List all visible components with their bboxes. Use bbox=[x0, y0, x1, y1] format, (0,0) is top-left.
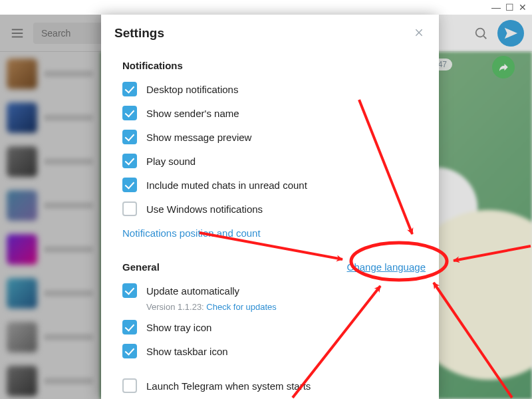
setting-label: Desktop notifications bbox=[146, 84, 238, 95]
checkbox[interactable] bbox=[122, 178, 137, 192]
checkbox[interactable] bbox=[122, 378, 137, 393]
setting-label: Show tray icon bbox=[146, 322, 211, 333]
setting-show-tray-icon[interactable]: Show tray icon bbox=[122, 316, 426, 338]
dialog-body: Notifications Desktop notifications Show… bbox=[101, 52, 439, 399]
settings-dialog: Settings Notifications Desktop notificat… bbox=[101, 15, 439, 399]
setting-label: Include muted chats in unread count bbox=[146, 180, 307, 191]
setting-desktop-notifications[interactable]: Desktop notifications bbox=[122, 78, 426, 100]
setting-label: Launch Telegram when system starts bbox=[146, 380, 311, 392]
check-for-updates-link[interactable]: Check for updates bbox=[206, 302, 277, 312]
modal-overlay-left bbox=[0, 15, 101, 399]
minimize-button[interactable]: — bbox=[492, 3, 500, 11]
setting-show-sender-name[interactable]: Show sender's name bbox=[122, 102, 426, 124]
checkbox[interactable] bbox=[122, 82, 137, 96]
checkbox[interactable] bbox=[122, 201, 137, 216]
checkbox[interactable] bbox=[122, 154, 137, 168]
setting-show-taskbar-icon[interactable]: Show taskbar icon bbox=[122, 340, 426, 362]
setting-label: Show sender's name bbox=[146, 108, 239, 119]
version-text: Version 1.1.23: Check for updates bbox=[146, 302, 426, 312]
dialog-header: Settings bbox=[101, 15, 439, 52]
close-icon[interactable] bbox=[414, 27, 426, 39]
notifications-position-link[interactable]: Notifications position and count bbox=[122, 227, 261, 239]
checkbox[interactable] bbox=[122, 130, 137, 144]
change-language-link[interactable]: Change language bbox=[347, 261, 426, 273]
window-close-button[interactable]: ✕ bbox=[519, 3, 527, 11]
setting-launch-on-startup[interactable]: Launch Telegram when system starts bbox=[122, 374, 426, 397]
setting-label: Play sound bbox=[146, 156, 196, 167]
setting-play-sound[interactable]: Play sound bbox=[122, 150, 426, 172]
window-controls: — ☐ ✕ bbox=[487, 0, 532, 15]
dialog-title: Settings bbox=[114, 26, 164, 41]
setting-label: Use Windows notifications bbox=[146, 203, 263, 215]
modal-overlay-right bbox=[439, 15, 532, 399]
checkbox[interactable] bbox=[122, 320, 137, 334]
setting-label: Update automatically bbox=[146, 285, 239, 297]
notifications-position-link-row: Notifications position and count bbox=[122, 221, 426, 244]
version-label: Version 1.1.23: bbox=[146, 302, 206, 312]
setting-include-muted-unread[interactable]: Include muted chats in unread count bbox=[122, 174, 426, 196]
setting-show-message-preview[interactable]: Show message preview bbox=[122, 126, 426, 148]
checkbox[interactable] bbox=[122, 344, 137, 358]
setting-label: Show taskbar icon bbox=[146, 346, 228, 357]
notifications-heading: Notifications bbox=[122, 60, 426, 71]
checkbox[interactable] bbox=[122, 106, 137, 120]
checkbox[interactable] bbox=[122, 283, 137, 298]
setting-windows-notifications[interactable]: Use Windows notifications bbox=[122, 198, 426, 220]
setting-update-automatically[interactable]: Update automatically bbox=[122, 279, 426, 302]
setting-label: Show message preview bbox=[146, 132, 251, 143]
maximize-button[interactable]: ☐ bbox=[505, 3, 513, 11]
general-heading: General bbox=[122, 261, 160, 273]
